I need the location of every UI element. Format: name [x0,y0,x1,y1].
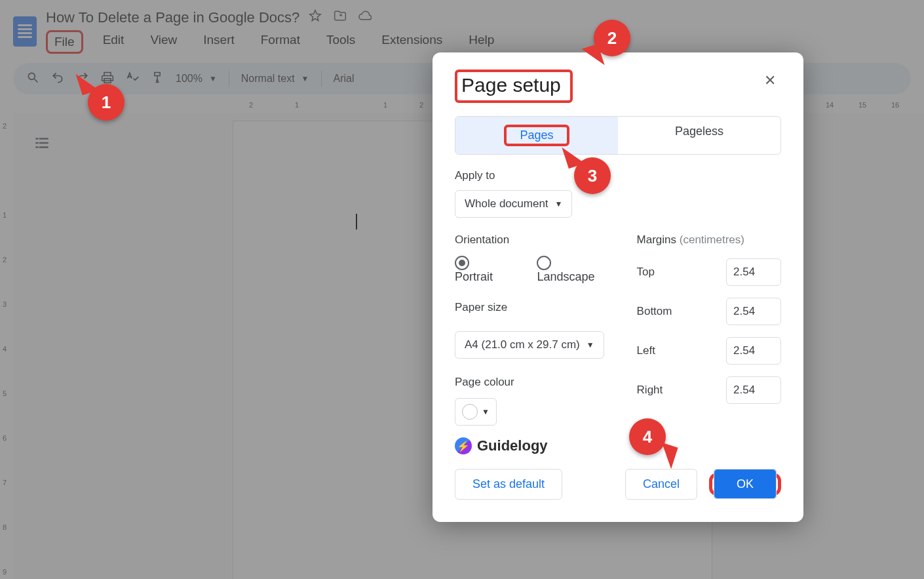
colour-swatch-icon [462,404,478,420]
google-docs-app: How To Delete a Page in Google Docs? Fil… [0,0,924,579]
chevron-down-icon: ▼ [482,407,490,416]
page-mode-tabs: Pages Pageless [455,116,781,155]
margin-right-label: Right [637,384,663,397]
annotation-step-3: 3 [574,157,611,194]
paper-size-select[interactable]: A4 (21.0 cm x 29.7 cm) ▼ [455,331,604,359]
set-default-button[interactable]: Set as default [455,469,562,500]
tab-pageless-label: Pageless [675,125,723,138]
page-setup-dialog: Page setup ✕ Pages Pageless Apply to Who… [433,52,803,522]
page-colour-select[interactable]: ▼ [455,398,497,426]
annotation-step-1: 1 [88,84,125,121]
apply-to-select[interactable]: Whole document ▼ [455,190,572,218]
margin-right-input[interactable]: 2.54 [726,376,781,404]
annotation-number: 1 [102,92,111,113]
watermark-brand: ⚡ Guidelogy [455,437,615,454]
margin-top-input[interactable]: 2.54 [726,258,781,286]
annotation-number: 3 [588,166,597,186]
margins-label: Margins (centimetres) [637,233,781,247]
annotation-step-4: 4 [629,418,666,455]
annotation-step-2: 2 [594,20,630,56]
orientation-portrait-radio[interactable]: Portrait [455,256,513,284]
margins-unit: (centimetres) [680,233,744,246]
annotation-number: 2 [607,28,617,49]
radio-unchecked-icon [537,256,551,270]
orientation-landscape-radio[interactable]: Landscape [537,256,614,284]
apply-to-label: Apply to [455,169,781,182]
ok-button-highlight: OK [709,473,781,496]
close-icon[interactable]: ✕ [759,70,781,92]
apply-to-value: Whole document [465,197,549,210]
brand-text: Guidelogy [477,437,548,454]
chevron-down-icon: ▼ [587,340,594,349]
margin-left-label: Left [637,344,655,357]
orientation-portrait-label: Portrait [455,270,493,283]
margin-top-label: Top [637,266,655,279]
tab-pages[interactable]: Pages [455,117,618,154]
margin-bottom-input[interactable]: 2.54 [726,298,781,325]
radio-checked-icon [455,256,469,270]
margin-bottom-label: Bottom [637,305,672,318]
annotation-number: 4 [643,427,652,447]
margin-left-input[interactable]: 2.54 [726,337,781,365]
paper-size-value: A4 (21.0 cm x 29.7 cm) [465,338,580,351]
ok-button[interactable]: OK [714,469,777,499]
orientation-label: Orientation [455,233,615,247]
orientation-landscape-label: Landscape [537,270,594,283]
chevron-down-icon: ▼ [555,199,563,209]
dialog-title: Page setup [455,70,573,103]
paper-size-label: Paper size [455,301,615,314]
cancel-button[interactable]: Cancel [625,469,697,500]
tab-pages-label: Pages [504,125,569,146]
brand-icon: ⚡ [455,437,472,454]
page-colour-label: Page colour [455,376,615,389]
tab-pageless[interactable]: Pageless [618,117,780,154]
